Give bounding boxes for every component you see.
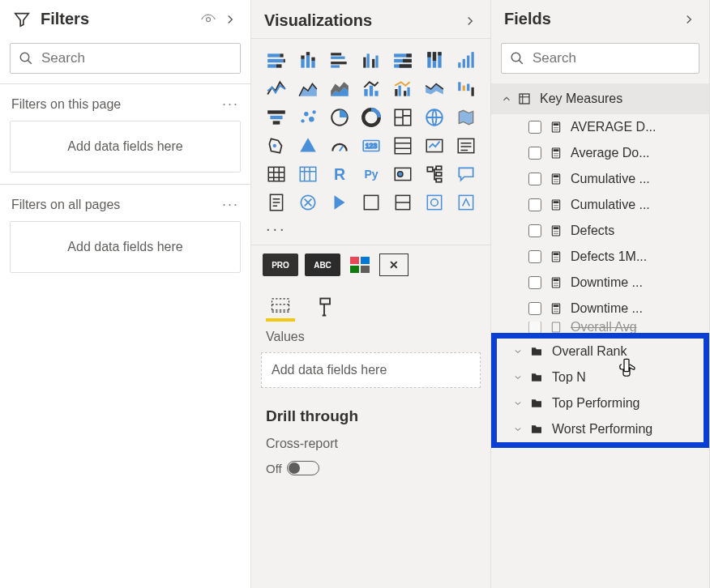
folder-item[interactable]: Worst Performing bbox=[497, 416, 704, 442]
multi-row-card-icon[interactable] bbox=[389, 134, 417, 158]
more-icon[interactable]: ··· bbox=[222, 196, 239, 213]
funnel-icon bbox=[13, 11, 31, 28]
field-item[interactable]: Overall Avg bbox=[491, 322, 709, 333]
stacked-column-icon[interactable] bbox=[294, 49, 322, 73]
qa-icon[interactable] bbox=[452, 162, 480, 186]
table-icon[interactable] bbox=[263, 162, 290, 186]
shape-map-icon[interactable] bbox=[263, 134, 290, 158]
paginated-report-icon[interactable] bbox=[263, 190, 290, 215]
svg-point-113 bbox=[554, 205, 554, 206]
remove-visual-icon[interactable]: ✕ bbox=[379, 254, 408, 276]
line-stacked-column-icon[interactable] bbox=[357, 77, 385, 101]
format-tab-icon[interactable] bbox=[310, 292, 339, 322]
field-checkbox[interactable] bbox=[528, 276, 541, 289]
field-item[interactable]: Cumulative ... bbox=[491, 192, 709, 218]
pie-icon[interactable] bbox=[326, 105, 353, 130]
field-item[interactable]: Downtime ... bbox=[491, 296, 709, 322]
key-influencers-icon[interactable] bbox=[389, 162, 417, 186]
abc-visual-icon[interactable]: ABC bbox=[305, 254, 340, 276]
py-visual-icon[interactable]: Py bbox=[357, 162, 385, 186]
folder-item[interactable]: Top Performing bbox=[497, 390, 704, 416]
stacked-bar-icon[interactable] bbox=[263, 49, 290, 73]
scatter-icon[interactable] bbox=[294, 105, 322, 130]
collapse-icon[interactable] bbox=[682, 12, 696, 27]
field-checkbox[interactable] bbox=[528, 198, 541, 211]
field-checkbox[interactable] bbox=[528, 322, 541, 333]
stacked-bar-100-icon[interactable] bbox=[389, 49, 417, 73]
collapse-icon[interactable] bbox=[463, 14, 477, 28]
fields-search-input[interactable] bbox=[532, 50, 704, 66]
map-icon[interactable] bbox=[421, 105, 448, 130]
card-icon[interactable]: 123 bbox=[357, 134, 385, 158]
ribbon-icon[interactable] bbox=[421, 77, 448, 101]
folder-label: Overall Rank bbox=[552, 344, 627, 359]
treemap-icon[interactable] bbox=[389, 105, 417, 130]
power-apps-icon[interactable] bbox=[326, 190, 353, 215]
table-header[interactable]: Key Measures bbox=[491, 83, 709, 114]
arcgis-icon[interactable] bbox=[294, 190, 322, 215]
filters-search[interactable] bbox=[10, 43, 241, 74]
field-checkbox[interactable] bbox=[528, 302, 541, 315]
search-icon bbox=[510, 51, 524, 66]
custom-viz-3-icon[interactable] bbox=[421, 190, 448, 215]
field-checkbox[interactable] bbox=[528, 147, 541, 160]
line-icon[interactable] bbox=[263, 77, 290, 101]
field-checkbox[interactable] bbox=[528, 250, 541, 263]
svg-rect-31 bbox=[433, 52, 436, 61]
values-label: Values bbox=[251, 325, 490, 349]
folder-item[interactable]: Overall Rank bbox=[497, 339, 704, 364]
svg-rect-78 bbox=[364, 195, 378, 209]
svg-point-115 bbox=[557, 205, 558, 206]
pro-visual-icon[interactable]: PRO bbox=[263, 254, 298, 276]
stacked-column-100-icon[interactable] bbox=[421, 49, 448, 73]
column-sorted-icon[interactable] bbox=[452, 49, 480, 73]
cross-report-toggle[interactable] bbox=[287, 461, 319, 475]
fields-search[interactable] bbox=[501, 43, 699, 74]
gauge-icon[interactable] bbox=[326, 134, 353, 158]
stacked-area-icon[interactable] bbox=[326, 77, 353, 101]
field-item[interactable]: Downtime ... bbox=[491, 270, 709, 296]
svg-rect-23 bbox=[406, 53, 412, 57]
fields-tab-icon[interactable] bbox=[266, 292, 295, 322]
kpi-icon[interactable] bbox=[421, 134, 448, 158]
eye-icon[interactable] bbox=[200, 11, 216, 28]
field-item[interactable]: Defects bbox=[491, 218, 709, 244]
folder-item[interactable]: Top N bbox=[497, 364, 704, 390]
measure-icon bbox=[550, 147, 562, 160]
matrix-icon[interactable] bbox=[294, 162, 322, 186]
filters-this-page-drop[interactable]: Add data fields here bbox=[10, 121, 241, 173]
clustered-column-icon[interactable] bbox=[357, 49, 385, 73]
r-visual-icon[interactable]: R bbox=[326, 162, 353, 186]
custom-viz-4-icon[interactable] bbox=[452, 190, 480, 215]
custom-viz-1-icon[interactable] bbox=[357, 190, 385, 215]
svg-point-129 bbox=[554, 257, 554, 258]
azure-map-icon[interactable] bbox=[294, 134, 322, 158]
collapse-icon[interactable] bbox=[223, 12, 237, 27]
field-item[interactable]: Average Do... bbox=[491, 140, 709, 166]
field-checkbox[interactable] bbox=[528, 121, 541, 134]
field-checkbox[interactable] bbox=[528, 173, 541, 185]
svg-point-147 bbox=[557, 309, 558, 309]
filters-all-pages-drop[interactable]: Add data fields here bbox=[10, 221, 241, 273]
filters-search-input[interactable] bbox=[41, 50, 232, 66]
funnel-viz-icon[interactable] bbox=[263, 105, 290, 130]
line-clustered-column-icon[interactable] bbox=[389, 77, 417, 101]
decomposition-tree-icon[interactable] bbox=[421, 162, 448, 186]
values-drop-zone[interactable]: Add data fields here bbox=[261, 352, 481, 388]
custom-viz-2-icon[interactable] bbox=[389, 190, 417, 215]
field-item[interactable]: AVERAGE D... bbox=[491, 114, 709, 140]
waterfall-icon[interactable] bbox=[452, 77, 480, 101]
slicer-icon[interactable] bbox=[452, 134, 480, 158]
donut-icon[interactable] bbox=[357, 105, 385, 130]
field-checkbox[interactable] bbox=[528, 224, 541, 237]
app-store-icon[interactable] bbox=[347, 254, 373, 276]
more-icon[interactable]: ··· bbox=[222, 96, 239, 113]
fields-title: Fields bbox=[504, 10, 675, 28]
filled-map-icon[interactable] bbox=[452, 105, 480, 130]
field-item[interactable]: Defects 1M... bbox=[491, 244, 709, 270]
clustered-bar-icon[interactable] bbox=[326, 49, 353, 73]
field-item[interactable]: Cumulative ... bbox=[491, 166, 709, 192]
area-icon[interactable] bbox=[294, 77, 322, 101]
viz-more-icon[interactable]: ··· bbox=[251, 218, 490, 245]
folder-label: Top N bbox=[552, 370, 586, 385]
